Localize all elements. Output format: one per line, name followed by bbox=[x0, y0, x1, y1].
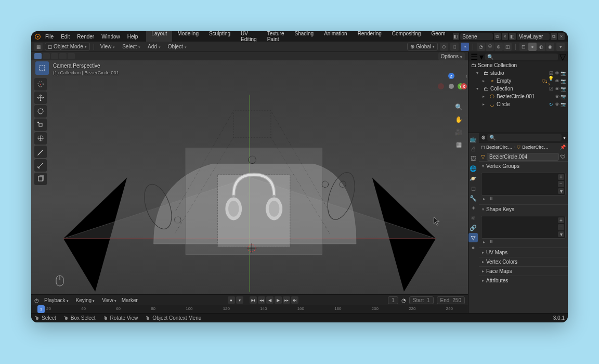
shading-rendered-icon[interactable]: ◉ bbox=[546, 43, 554, 51]
sel-extend-icon[interactable] bbox=[43, 53, 50, 59]
add-menu[interactable]: Add bbox=[145, 43, 163, 50]
start-frame-field[interactable]: Start 1 bbox=[409, 296, 434, 304]
tree-item[interactable]: ▸ ◡ Circle ↻👁📷 bbox=[468, 100, 568, 108]
exclude-checkbox[interactable]: ☑ bbox=[548, 70, 554, 76]
menu-icon[interactable]: ▾ bbox=[558, 231, 564, 237]
tree-item[interactable]: ▾ 🗀 Collection ☑👁📷 bbox=[468, 85, 568, 93]
remove-icon[interactable]: − bbox=[558, 181, 564, 187]
overlay-gizmo-icon[interactable]: ⊚ bbox=[494, 43, 503, 51]
breadcrumb-data[interactable]: BezierCirc… bbox=[522, 145, 549, 150]
options-dropdown[interactable]: Options bbox=[438, 53, 465, 60]
overlay-visibility-icon[interactable]: ⦾ bbox=[486, 43, 494, 51]
expand-icon[interactable]: ▸ bbox=[483, 79, 488, 83]
preview-range-icon[interactable]: ◔ bbox=[401, 297, 406, 303]
sel-subtract-icon[interactable] bbox=[51, 53, 58, 59]
expand-grip-icon[interactable]: ▸ ⠿ bbox=[483, 197, 493, 201]
zoom-icon[interactable]: 🔍 bbox=[454, 103, 463, 111]
proptab-physics-icon[interactable]: ⚛ bbox=[468, 213, 478, 223]
outliner-tree[interactable]: 🗀 Scene Collection ▾ 🗀 studio ☑👁📷 ▸ ⌖ bbox=[468, 61, 568, 133]
proptab-output-icon[interactable]: 🖨 bbox=[468, 144, 478, 153]
eye-icon[interactable]: 👁 bbox=[554, 101, 560, 107]
snap-magnet-icon[interactable]: ⌁ bbox=[461, 43, 469, 51]
section-header[interactable]: Attributes bbox=[479, 276, 568, 285]
new-scene-icon[interactable]: ⧉ bbox=[494, 33, 501, 40]
axis-x-icon[interactable]: X bbox=[461, 83, 467, 89]
pin-icon[interactable]: 📌 bbox=[560, 145, 566, 150]
sel-intersect-icon[interactable] bbox=[68, 53, 75, 59]
section-header[interactable]: Shape Keys bbox=[479, 205, 568, 214]
keying-menu[interactable]: Keying bbox=[74, 297, 97, 304]
shield-icon[interactable]: 🛡 bbox=[561, 154, 566, 160]
shading-options-icon[interactable]: ▾ bbox=[556, 43, 565, 51]
viewport-3d[interactable]: Camera Perspective (1) Collection | Bezi… bbox=[31, 60, 468, 294]
jump-start-icon[interactable]: ⏮ bbox=[250, 296, 257, 304]
editor-type-icon[interactable]: ▦ bbox=[34, 43, 43, 51]
proptab-world-icon[interactable]: 🪐 bbox=[468, 174, 478, 183]
snap-icon[interactable]: ⌷ bbox=[450, 43, 459, 51]
add-icon[interactable]: + bbox=[558, 174, 564, 180]
delete-viewlayer-icon[interactable]: × bbox=[558, 33, 565, 40]
proptab-scene-icon[interactable]: 🌐 bbox=[468, 164, 478, 173]
pan-icon[interactable]: ✋ bbox=[454, 115, 463, 124]
menu-help[interactable]: Help bbox=[124, 32, 141, 41]
viewlayer-input[interactable] bbox=[519, 34, 548, 40]
viewlayer-field[interactable] bbox=[517, 33, 550, 40]
section-header[interactable]: Vertex Groups bbox=[479, 162, 568, 171]
mode-selector[interactable]: ◻ Object Mode ▾ bbox=[45, 43, 90, 50]
expand-grip-icon[interactable]: ▸ ⠿ bbox=[483, 240, 493, 244]
pivot-icon[interactable]: ⊙ bbox=[440, 43, 448, 51]
render-icon[interactable]: 📷 bbox=[561, 78, 566, 84]
select-menu[interactable]: Select bbox=[120, 43, 143, 50]
viewlayer-browse-icon[interactable]: ◧ bbox=[509, 33, 516, 40]
shading-matprev-icon[interactable]: ◐ bbox=[537, 43, 545, 51]
axis-z-icon[interactable]: Z bbox=[448, 73, 454, 79]
render-icon[interactable]: 📷 bbox=[561, 86, 566, 92]
menu-render[interactable]: Render bbox=[74, 32, 97, 41]
play-rev-icon[interactable]: ◀ bbox=[266, 296, 274, 304]
prop-edit-icon[interactable]: ◔ bbox=[477, 43, 485, 51]
eye-icon[interactable]: 👁 bbox=[554, 78, 560, 84]
new-viewlayer-icon[interactable]: ⧉ bbox=[551, 33, 557, 40]
sidebar-collapse-icon[interactable]: ‹ bbox=[465, 73, 467, 79]
xray-icon[interactable]: ◫ bbox=[503, 43, 512, 51]
proptab-data-icon[interactable]: ▽ bbox=[468, 233, 478, 242]
render-icon[interactable]: 📷 bbox=[561, 94, 566, 99]
props-editor-icon[interactable]: ⚙ bbox=[481, 135, 486, 140]
render-icon[interactable]: 📷 bbox=[561, 70, 566, 76]
autokey-menu-icon[interactable]: ▾ bbox=[236, 296, 243, 304]
playback-menu[interactable]: Playback bbox=[42, 297, 71, 304]
current-frame-field[interactable]: 1 bbox=[388, 296, 398, 304]
tree-root[interactable]: 🗀 Scene Collection bbox=[468, 61, 568, 69]
camera-icon[interactable]: 🎥 bbox=[454, 128, 463, 136]
render-icon[interactable]: 📷 bbox=[561, 101, 566, 107]
orientation-gizmo[interactable]: Z Y X bbox=[439, 74, 464, 99]
menu-edit[interactable]: Edit bbox=[58, 32, 73, 41]
expand-icon[interactable]: ▾ bbox=[476, 86, 481, 91]
play-icon[interactable]: ▶ bbox=[275, 296, 282, 304]
proptab-object-icon[interactable]: ◻ bbox=[468, 184, 478, 193]
timeline-track[interactable]: 1 20 40 60 80 100 120 140 160 180 200 22… bbox=[31, 305, 468, 313]
axis-neg-x-icon[interactable] bbox=[438, 83, 444, 89]
outliner-display-icon[interactable]: ▾ bbox=[479, 52, 484, 62]
eye-icon[interactable]: 👁 bbox=[554, 70, 560, 76]
outliner-editor-icon[interactable]: ☰ bbox=[471, 52, 478, 62]
proptab-material-icon[interactable]: ● bbox=[468, 243, 478, 252]
proptab-particle-icon[interactable]: ✦ bbox=[468, 203, 478, 213]
add-icon[interactable]: + bbox=[558, 217, 564, 223]
proptab-render-icon[interactable]: 📺 bbox=[468, 134, 478, 144]
proptab-constraint-icon[interactable]: 🔗 bbox=[468, 223, 478, 232]
exclude-checkbox[interactable]: ☑ bbox=[548, 86, 554, 92]
section-header[interactable]: Vertex Colors bbox=[479, 257, 568, 266]
tree-item[interactable]: ▸ ⎔ BezierCircle.001 👁📷 bbox=[468, 93, 568, 100]
remove-icon[interactable]: − bbox=[558, 224, 564, 230]
proptab-viewlayer-icon[interactable]: 🖼 bbox=[468, 154, 478, 163]
props-options-icon[interactable]: ▾ bbox=[563, 135, 566, 140]
shading-wireframe-icon[interactable]: ⊡ bbox=[519, 43, 528, 51]
object-menu[interactable]: Object bbox=[165, 43, 189, 50]
sel-invert-icon[interactable] bbox=[59, 53, 67, 59]
outliner-search[interactable] bbox=[485, 54, 558, 60]
props-search[interactable] bbox=[487, 134, 562, 141]
vertex-groups-list[interactable]: + − ▾ bbox=[481, 173, 566, 196]
orientation-selector[interactable]: ⊕ Global ▾ bbox=[407, 43, 438, 50]
shape-keys-list[interactable]: + − ▾ bbox=[481, 216, 566, 239]
